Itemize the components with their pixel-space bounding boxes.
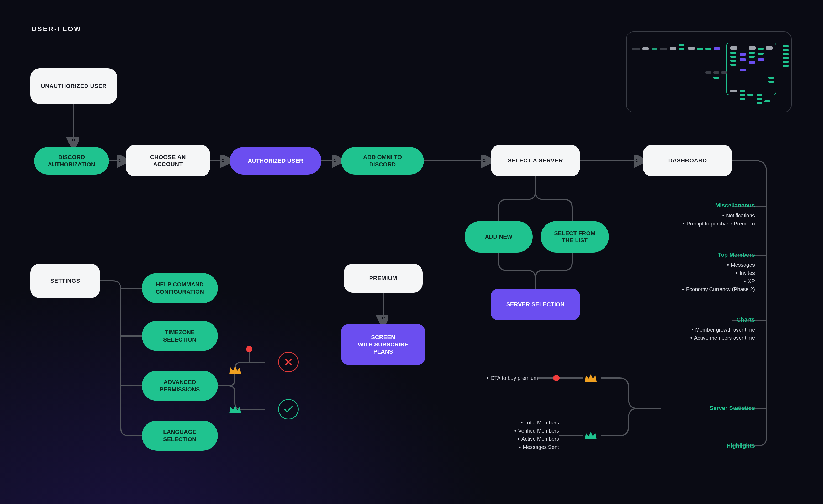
list-item: Invites (618, 269, 755, 277)
list-item: Member growth over time (618, 326, 755, 334)
list-item: XP (618, 277, 755, 285)
node-help-command-configuration: HELP COMMAND CONFIGURATION (142, 273, 218, 303)
section-server-statistics: Server Statistics (710, 405, 755, 411)
node-language-selection: LANGUAGE SELECTION (142, 421, 218, 451)
section-top-members: Top Members Messages Invites XP Economy … (618, 251, 755, 294)
section-heading: Miscellaneous (618, 202, 755, 209)
list-item: Messages Sent (501, 443, 559, 451)
list-item: Prompt to purchase Premium (618, 220, 755, 228)
bullets-cta: CTA to buy premium (480, 374, 538, 382)
node-discord-authorization: DISCORD AUTHORIZATION (34, 147, 109, 175)
x-circle-icon (278, 352, 299, 372)
node-choose-an-account: CHOOSE AN ACCOUNT (126, 145, 210, 176)
node-settings: SETTINGS (30, 264, 100, 298)
section-charts: Charts Member growth over time Active me… (618, 316, 755, 342)
node-select-a-server: SELECT A SERVER (491, 145, 580, 176)
bullets-stats: Total Members Verified Members Active Me… (501, 419, 559, 451)
node-select-from-the-list: SELECT FROM THE LIST (541, 221, 609, 253)
list-item: Active Members (501, 435, 559, 443)
node-server-selection: SERVER SELECTION (491, 289, 580, 320)
section-highlights: Highlights (726, 442, 755, 449)
list-item: Notifications (618, 211, 755, 220)
node-timezone-selection: TIMEZONE SELECTION (142, 321, 218, 351)
page-title: USER-FLOW (31, 25, 81, 33)
node-unauthorized-user: UNAUTHORIZED USER (30, 68, 117, 104)
section-heading: Top Members (618, 251, 755, 258)
crown-orange-icon (584, 373, 598, 383)
red-dot-icon (246, 346, 253, 352)
list-item: Active members over time (618, 334, 755, 342)
check-circle-icon (278, 399, 299, 419)
node-add-omni-to-discord: ADD OMNI TO DISCORD (341, 147, 424, 175)
node-dashboard: DASHBOARD (643, 145, 732, 176)
section-heading: Charts (618, 316, 755, 323)
crown-teal-icon (228, 404, 242, 415)
node-premium: PREMIUM (344, 264, 423, 293)
list-item: Total Members (501, 419, 559, 427)
crown-orange-icon (228, 365, 242, 375)
crown-teal-icon (584, 431, 598, 441)
red-dot-icon (553, 375, 559, 381)
node-advanced-permissions: ADVANCED PERMISSIONS (142, 371, 218, 401)
node-add-new: ADD NEW (465, 221, 533, 253)
list-item: Economy Currency (Phase 2) (618, 285, 755, 294)
list-item: Messages (618, 261, 755, 269)
section-miscellaneous: Miscellaneous Notifications Prompt to pu… (618, 202, 755, 228)
list-item: Verified Members (501, 427, 559, 435)
minimap[interactable] (626, 31, 792, 112)
list-item: CTA to buy premium (480, 374, 538, 382)
minimap-viewport[interactable] (726, 42, 776, 95)
node-authorized-user: AUTHORIZED USER (230, 147, 321, 175)
node-subscribe-plans: SCREEN WITH SUBSCRIBE PLANS (341, 324, 425, 365)
